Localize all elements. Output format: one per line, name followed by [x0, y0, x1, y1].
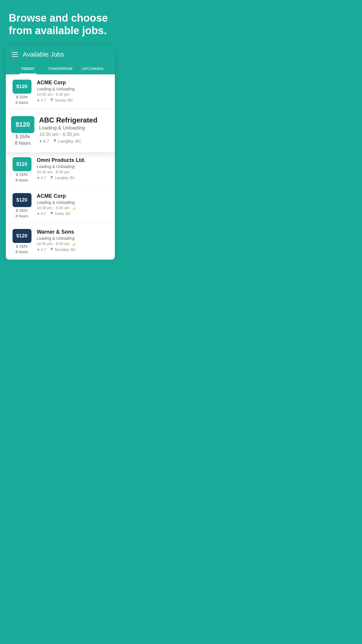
location-value: Langley, BC — [58, 139, 82, 144]
job-rating: ★ 4.7 — [37, 247, 46, 252]
rate-info: $ 15/hr — [16, 95, 28, 99]
menu-icon[interactable] — [12, 52, 18, 57]
job-company: ACME Corp — [37, 193, 109, 199]
hours-info: 8 hours — [15, 178, 28, 182]
job-time: 10:30 am - 6:30 pm — [39, 132, 110, 137]
job-company: ACME Corp — [37, 80, 109, 86]
price-badge: $120 — [13, 80, 31, 94]
job-card[interactable]: $120 $ 15/hr 8 hours ACME Corp Loading &… — [6, 74, 115, 110]
star-icon: ★ — [37, 212, 40, 216]
star-icon: ★ — [37, 98, 40, 102]
job-card[interactable]: $120 $ 15/hr 8 hours ACME Corp Loading &… — [6, 188, 115, 224]
job-time: 10:30 pm - 6:30 am 🌙 — [37, 242, 109, 246]
hours-info: 8 hours — [15, 100, 28, 105]
job-meta: ★ 4.7 📍 Burnaby, BC — [37, 247, 109, 252]
job-card[interactable]: $120 $ 15/hr 8 hours ABC Refrigerated Lo… — [6, 110, 115, 153]
price-badge: $120 — [13, 157, 31, 171]
job-location: 📍 Langley, BC — [50, 176, 75, 180]
job-type: Loading & Unloading — [39, 125, 110, 131]
price-badge: $120 — [11, 116, 34, 133]
job-type: Loading & Unloading — [37, 236, 109, 241]
job-card[interactable]: $120 $ 15/hr 8 hours Omni Products Ltd. … — [6, 152, 115, 188]
price-badge: $120 — [13, 193, 31, 207]
app-header-top: Available Jobs — [12, 51, 109, 58]
location-value: Delta, BC — [55, 211, 71, 216]
tab-upcoming[interactable]: UPCOMING — [77, 64, 109, 74]
job-details: ACME Corp Loading & Unloading 10:30 pm -… — [37, 193, 109, 216]
moon-icon: 🌙 — [72, 242, 76, 246]
rating-value: 4.7 — [41, 247, 46, 252]
job-details: ABC Refrigerated Loading & Unloading 10:… — [39, 116, 110, 144]
job-meta: ★ 4.7 📍 Langley, BC — [39, 139, 110, 144]
app-title: Available Jobs — [23, 51, 64, 58]
pin-icon: 📍 — [50, 176, 54, 180]
rate-info: $ 15/hr — [16, 172, 28, 177]
rate-info: $ 15/hr — [15, 134, 30, 139]
rating-value: 4.7 — [43, 139, 49, 144]
hours-info: 8 hours — [15, 250, 28, 254]
rating-value: 4.7 — [41, 98, 46, 102]
star-icon: ★ — [37, 176, 40, 180]
job-rating: ★ 4.7 — [37, 176, 46, 180]
job-type: Loading & Unloading — [37, 200, 109, 205]
hours-info: 8 hours — [15, 141, 30, 146]
moon-icon: 🌙 — [72, 206, 76, 210]
pin-icon: 📍 — [53, 139, 57, 143]
tab-today[interactable]: TODAY — [12, 64, 44, 74]
job-type: Loading & Unloading — [37, 87, 109, 91]
rating-value: 4.7 — [41, 211, 46, 216]
job-details: Omni Products Ltd. Loading & Unloading 1… — [37, 157, 109, 180]
price-section: $120 $ 15/hr 8 hours — [12, 157, 32, 182]
tab-tomorrow[interactable]: TOMORROW — [44, 64, 76, 74]
job-details: Warner & Sons Loading & Unloading 10:30 … — [37, 229, 109, 252]
pin-icon: 📍 — [50, 212, 54, 216]
job-meta: ★ 4.7 📍 Langley, BC — [37, 176, 109, 180]
tabs-container: TODAY TOMORROW UPCOMING — [12, 64, 109, 74]
price-badge: $120 — [13, 229, 31, 243]
job-company: Warner & Sons — [37, 229, 109, 235]
job-details: ACME Corp Loading & Unloading 10:30 am -… — [37, 80, 109, 102]
app-header: Available Jobs TODAY TOMORROW UPCOMING — [6, 46, 115, 74]
location-value: Burnaby, BC — [55, 247, 76, 252]
job-location: 📍 Surrey, BC — [50, 98, 73, 102]
pin-icon: 📍 — [50, 248, 54, 252]
star-icon: ★ — [39, 139, 42, 143]
price-section: $120 $ 15/hr 8 hours — [12, 193, 32, 218]
pin-icon: 📍 — [50, 98, 54, 102]
job-rating: ★ 4.7 — [37, 211, 46, 216]
job-type: Loading & Unloading — [37, 164, 109, 169]
job-card[interactable]: $120 $ 15/hr 8 hours Warner & Sons Loadi… — [6, 224, 115, 260]
page-header: Browse and choose from available jobs. — [0, 0, 121, 46]
job-meta: ★ 4.7 📍 Delta, BC — [37, 211, 109, 216]
job-location: 📍 Langley, BC — [53, 139, 82, 144]
job-time: 10:30 am - 6:30 pm — [37, 170, 109, 174]
star-icon: ★ — [37, 248, 40, 252]
hours-info: 8 hours — [15, 214, 28, 218]
page-title: Browse and choose from available jobs. — [9, 12, 112, 37]
job-location: 📍 Burnaby, BC — [50, 247, 76, 252]
location-value: Surrey, BC — [55, 98, 73, 102]
price-section: $120 $ 15/hr 8 hours — [12, 80, 32, 105]
price-section: $120 $ 15/hr 8 hours — [12, 229, 32, 254]
job-rating: ★ 4.7 — [37, 98, 46, 102]
app-card: Available Jobs TODAY TOMORROW UPCOMING $… — [6, 46, 115, 260]
job-time: 10:30 am - 6:30 pm — [37, 92, 109, 97]
job-time: 10:30 pm - 6:30 am 🌙 — [37, 206, 109, 210]
job-meta: ★ 4.7 📍 Surrey, BC — [37, 98, 109, 102]
job-rating: ★ 4.7 — [39, 139, 49, 144]
rating-value: 4.7 — [41, 176, 46, 180]
rate-info: $ 15/hr — [16, 244, 28, 249]
price-section: $120 $ 15/hr 8 hours — [11, 116, 34, 146]
job-company: Omni Products Ltd. — [37, 157, 109, 163]
location-value: Langley, BC — [55, 176, 75, 180]
job-company: ABC Refrigerated — [39, 116, 110, 124]
job-location: 📍 Delta, BC — [50, 211, 71, 216]
jobs-list: $120 $ 15/hr 8 hours ACME Corp Loading &… — [6, 74, 115, 260]
rate-info: $ 15/hr — [16, 208, 28, 213]
